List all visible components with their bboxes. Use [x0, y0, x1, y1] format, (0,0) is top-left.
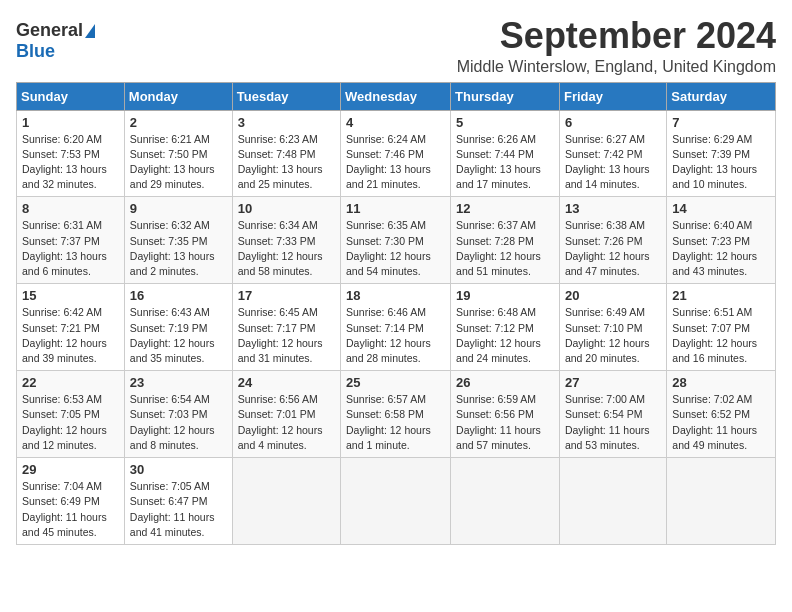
- day-number: 11: [346, 201, 445, 216]
- day-info: Sunrise: 7:04 AM Sunset: 6:49 PM Dayligh…: [22, 479, 119, 540]
- calendar-body: 1Sunrise: 6:20 AM Sunset: 7:53 PM Daylig…: [17, 110, 776, 544]
- calendar-day-cell: 23Sunrise: 6:54 AM Sunset: 7:03 PM Dayli…: [124, 371, 232, 458]
- day-info: Sunrise: 6:49 AM Sunset: 7:10 PM Dayligh…: [565, 305, 661, 366]
- logo: General Blue: [16, 16, 95, 62]
- calendar-day-cell: 21Sunrise: 6:51 AM Sunset: 7:07 PM Dayli…: [667, 284, 776, 371]
- day-info: Sunrise: 6:20 AM Sunset: 7:53 PM Dayligh…: [22, 132, 119, 193]
- calendar-week-row: 22Sunrise: 6:53 AM Sunset: 7:05 PM Dayli…: [17, 371, 776, 458]
- calendar-day-cell: [341, 458, 451, 545]
- day-info: Sunrise: 6:38 AM Sunset: 7:26 PM Dayligh…: [565, 218, 661, 279]
- calendar-day-header: Monday: [124, 82, 232, 110]
- day-number: 6: [565, 115, 661, 130]
- calendar-week-row: 15Sunrise: 6:42 AM Sunset: 7:21 PM Dayli…: [17, 284, 776, 371]
- day-info: Sunrise: 6:35 AM Sunset: 7:30 PM Dayligh…: [346, 218, 445, 279]
- day-number: 23: [130, 375, 227, 390]
- day-info: Sunrise: 6:40 AM Sunset: 7:23 PM Dayligh…: [672, 218, 770, 279]
- day-number: 3: [238, 115, 335, 130]
- logo-arrow-icon: [85, 24, 95, 38]
- day-number: 17: [238, 288, 335, 303]
- day-number: 28: [672, 375, 770, 390]
- day-info: Sunrise: 6:48 AM Sunset: 7:12 PM Dayligh…: [456, 305, 554, 366]
- calendar-day-header: Tuesday: [232, 82, 340, 110]
- calendar-day-cell: [451, 458, 560, 545]
- day-number: 4: [346, 115, 445, 130]
- header: General Blue September 2024 Middle Winte…: [16, 16, 776, 76]
- calendar-day-cell: 25Sunrise: 6:57 AM Sunset: 6:58 PM Dayli…: [341, 371, 451, 458]
- day-number: 25: [346, 375, 445, 390]
- day-number: 7: [672, 115, 770, 130]
- day-info: Sunrise: 6:51 AM Sunset: 7:07 PM Dayligh…: [672, 305, 770, 366]
- day-info: Sunrise: 6:37 AM Sunset: 7:28 PM Dayligh…: [456, 218, 554, 279]
- calendar-day-cell: 5Sunrise: 6:26 AM Sunset: 7:44 PM Daylig…: [451, 110, 560, 197]
- day-number: 9: [130, 201, 227, 216]
- calendar-day-cell: 14Sunrise: 6:40 AM Sunset: 7:23 PM Dayli…: [667, 197, 776, 284]
- day-info: Sunrise: 6:56 AM Sunset: 7:01 PM Dayligh…: [238, 392, 335, 453]
- day-number: 15: [22, 288, 119, 303]
- calendar-day-cell: 20Sunrise: 6:49 AM Sunset: 7:10 PM Dayli…: [559, 284, 666, 371]
- day-info: Sunrise: 6:57 AM Sunset: 6:58 PM Dayligh…: [346, 392, 445, 453]
- day-info: Sunrise: 6:21 AM Sunset: 7:50 PM Dayligh…: [130, 132, 227, 193]
- calendar-week-row: 1Sunrise: 6:20 AM Sunset: 7:53 PM Daylig…: [17, 110, 776, 197]
- calendar-day-cell: 29Sunrise: 7:04 AM Sunset: 6:49 PM Dayli…: [17, 458, 125, 545]
- calendar-day-header: Thursday: [451, 82, 560, 110]
- calendar-day-cell: 7Sunrise: 6:29 AM Sunset: 7:39 PM Daylig…: [667, 110, 776, 197]
- calendar-day-cell: 11Sunrise: 6:35 AM Sunset: 7:30 PM Dayli…: [341, 197, 451, 284]
- day-info: Sunrise: 6:27 AM Sunset: 7:42 PM Dayligh…: [565, 132, 661, 193]
- day-number: 19: [456, 288, 554, 303]
- calendar-day-cell: 9Sunrise: 6:32 AM Sunset: 7:35 PM Daylig…: [124, 197, 232, 284]
- calendar-day-cell: 6Sunrise: 6:27 AM Sunset: 7:42 PM Daylig…: [559, 110, 666, 197]
- day-number: 24: [238, 375, 335, 390]
- day-info: Sunrise: 6:46 AM Sunset: 7:14 PM Dayligh…: [346, 305, 445, 366]
- calendar-day-cell: 1Sunrise: 6:20 AM Sunset: 7:53 PM Daylig…: [17, 110, 125, 197]
- day-info: Sunrise: 6:42 AM Sunset: 7:21 PM Dayligh…: [22, 305, 119, 366]
- calendar-day-header: Sunday: [17, 82, 125, 110]
- day-info: Sunrise: 7:02 AM Sunset: 6:52 PM Dayligh…: [672, 392, 770, 453]
- day-number: 26: [456, 375, 554, 390]
- day-number: 5: [456, 115, 554, 130]
- day-info: Sunrise: 6:24 AM Sunset: 7:46 PM Dayligh…: [346, 132, 445, 193]
- calendar-day-cell: 19Sunrise: 6:48 AM Sunset: 7:12 PM Dayli…: [451, 284, 560, 371]
- day-number: 29: [22, 462, 119, 477]
- day-info: Sunrise: 6:34 AM Sunset: 7:33 PM Dayligh…: [238, 218, 335, 279]
- logo-general: General: [16, 20, 83, 41]
- logo-blue: Blue: [16, 41, 55, 62]
- calendar-day-cell: 28Sunrise: 7:02 AM Sunset: 6:52 PM Dayli…: [667, 371, 776, 458]
- day-number: 2: [130, 115, 227, 130]
- day-info: Sunrise: 6:23 AM Sunset: 7:48 PM Dayligh…: [238, 132, 335, 193]
- day-info: Sunrise: 6:26 AM Sunset: 7:44 PM Dayligh…: [456, 132, 554, 193]
- calendar-day-cell: 12Sunrise: 6:37 AM Sunset: 7:28 PM Dayli…: [451, 197, 560, 284]
- day-info: Sunrise: 7:00 AM Sunset: 6:54 PM Dayligh…: [565, 392, 661, 453]
- calendar-day-cell: 16Sunrise: 6:43 AM Sunset: 7:19 PM Dayli…: [124, 284, 232, 371]
- calendar-day-cell: [667, 458, 776, 545]
- day-number: 16: [130, 288, 227, 303]
- day-number: 21: [672, 288, 770, 303]
- day-number: 30: [130, 462, 227, 477]
- calendar-day-header: Wednesday: [341, 82, 451, 110]
- day-number: 27: [565, 375, 661, 390]
- calendar-day-cell: 8Sunrise: 6:31 AM Sunset: 7:37 PM Daylig…: [17, 197, 125, 284]
- day-info: Sunrise: 6:29 AM Sunset: 7:39 PM Dayligh…: [672, 132, 770, 193]
- calendar-day-cell: 30Sunrise: 7:05 AM Sunset: 6:47 PM Dayli…: [124, 458, 232, 545]
- day-info: Sunrise: 6:31 AM Sunset: 7:37 PM Dayligh…: [22, 218, 119, 279]
- day-info: Sunrise: 6:32 AM Sunset: 7:35 PM Dayligh…: [130, 218, 227, 279]
- calendar-week-row: 29Sunrise: 7:04 AM Sunset: 6:49 PM Dayli…: [17, 458, 776, 545]
- calendar-day-cell: 18Sunrise: 6:46 AM Sunset: 7:14 PM Dayli…: [341, 284, 451, 371]
- calendar-day-cell: 2Sunrise: 6:21 AM Sunset: 7:50 PM Daylig…: [124, 110, 232, 197]
- day-info: Sunrise: 6:53 AM Sunset: 7:05 PM Dayligh…: [22, 392, 119, 453]
- day-number: 20: [565, 288, 661, 303]
- day-number: 22: [22, 375, 119, 390]
- day-info: Sunrise: 6:54 AM Sunset: 7:03 PM Dayligh…: [130, 392, 227, 453]
- calendar-week-row: 8Sunrise: 6:31 AM Sunset: 7:37 PM Daylig…: [17, 197, 776, 284]
- day-number: 10: [238, 201, 335, 216]
- calendar-day-cell: [559, 458, 666, 545]
- calendar-day-header: Friday: [559, 82, 666, 110]
- calendar-day-cell: [232, 458, 340, 545]
- day-number: 14: [672, 201, 770, 216]
- calendar-day-cell: 27Sunrise: 7:00 AM Sunset: 6:54 PM Dayli…: [559, 371, 666, 458]
- day-info: Sunrise: 7:05 AM Sunset: 6:47 PM Dayligh…: [130, 479, 227, 540]
- day-number: 1: [22, 115, 119, 130]
- calendar-day-cell: 22Sunrise: 6:53 AM Sunset: 7:05 PM Dayli…: [17, 371, 125, 458]
- day-number: 12: [456, 201, 554, 216]
- location-title: Middle Winterslow, England, United Kingd…: [457, 58, 776, 76]
- calendar-day-cell: 3Sunrise: 6:23 AM Sunset: 7:48 PM Daylig…: [232, 110, 340, 197]
